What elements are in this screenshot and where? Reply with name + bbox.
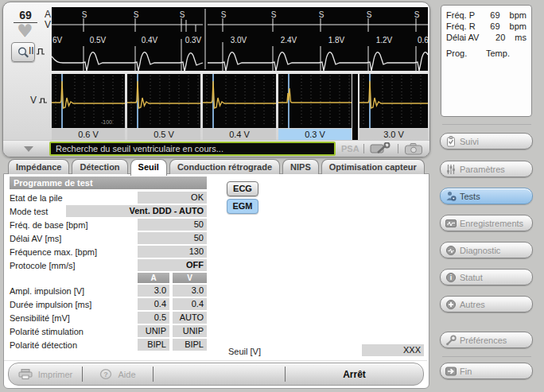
value-box-v[interactable]: UNIP (173, 325, 207, 337)
table-row: Fréquence max. [bpm] 130 (10, 245, 207, 258)
sidebar-button-tests[interactable]: Tests (440, 188, 533, 204)
diagnostic-icon (445, 245, 457, 256)
sidebar-button-statut[interactable]: i Statut (440, 269, 533, 285)
person-test-icon (445, 191, 457, 202)
value-box[interactable]: 50 (138, 232, 207, 244)
threshold-value-box: XXX (362, 344, 424, 356)
svg-text:0.4V: 0.4V (142, 36, 158, 45)
telemetry-panel: Fréq. P 69 bpm Fréq. R 69 bpm Délai AV 2… (441, 5, 532, 117)
egm-amplitude-label-selected[interactable]: 0.3 V (278, 129, 352, 141)
tab-optimisation-capteur[interactable]: Optimisation capteur (321, 159, 425, 174)
svg-text:S: S (221, 10, 227, 19)
table-row: Polarité détection BIPL BIPL (10, 338, 207, 351)
divider (363, 144, 364, 153)
program-mode-row: Prog. Temp. (446, 48, 527, 59)
camera-icon (405, 143, 423, 155)
egm-separator (352, 74, 358, 141)
pulse-icon (38, 96, 48, 105)
tab-impedance[interactable]: Impédance (8, 159, 69, 174)
svg-text:-100: -100 (101, 119, 112, 125)
help-button[interactable]: ? Aide (83, 369, 153, 380)
test-program-table: Programme de test Etat de la pile OK Mod… (10, 177, 207, 351)
status-message: Recherche du seuil ventriculaire en cour… (49, 142, 336, 156)
tab-nips[interactable]: NIPS (282, 159, 319, 174)
egm-amplitude-label[interactable]: 3.0 V (359, 129, 428, 141)
sidebar-button-autres[interactable]: Autres (440, 296, 533, 312)
sidebar-divider (442, 124, 531, 125)
tab-seuil[interactable]: Seuil (130, 159, 167, 176)
tab-bar: ImpédanceDétectionSeuilConduction rétrog… (8, 159, 427, 176)
value-box[interactable]: OK (138, 192, 207, 204)
column-header-v: V (173, 273, 207, 283)
egm-strip: -100 (52, 74, 428, 141)
egm-trace (359, 74, 428, 128)
value-box-v[interactable]: 3.0 (173, 285, 207, 297)
egm-lead-label: V (30, 95, 48, 106)
recording-screen-icon (445, 218, 457, 229)
svg-text:0.6: 0.6 (418, 36, 428, 45)
divider (153, 367, 153, 382)
sidebar-button-diagnostic[interactable]: Diagnostic (440, 242, 533, 258)
egm-amplitude-label[interactable]: 0.4 V (203, 129, 276, 141)
sidebar-button-enregistrements[interactable]: Enregistrements (440, 215, 533, 231)
monitor-settings-button[interactable] (370, 142, 392, 155)
screen-wrench-icon (370, 142, 392, 155)
egm-amplitude-label[interactable]: 0.5 V (127, 129, 200, 141)
threshold-label: Seuil [V] (228, 347, 261, 356)
egm-panel[interactable] (127, 74, 200, 128)
svg-text:S: S (134, 10, 139, 19)
egm-trace (203, 74, 276, 128)
table-row: Sensibilité [mV] 0.5 AUTO (10, 311, 207, 324)
table-row: Protocole [mm/s] OFF (10, 258, 207, 272)
table-row: Etat de la pile OK (10, 191, 207, 204)
svg-text:S: S (180, 10, 185, 19)
sidebar-button-preferences[interactable]: Préférences (440, 332, 533, 348)
sidebar-button-parametres[interactable]: Paramètres (440, 161, 533, 177)
tab-conduction-retrograde[interactable]: Conduction rétrograde (169, 159, 280, 174)
exit-arrow-icon (445, 366, 457, 377)
pulse-icon (36, 47, 45, 56)
value-box-v[interactable]: AUTO (173, 312, 207, 324)
svg-text:S: S (271, 10, 277, 19)
ecg-view-button[interactable]: ECG (227, 181, 258, 196)
value-box[interactable]: Vent. DDD - AUTO (66, 205, 207, 217)
sidebar-button-suivi[interactable]: Suivi (440, 133, 533, 149)
stop-button[interactable]: Arrêt (286, 369, 423, 380)
plus-circle-icon (445, 299, 457, 310)
tab-detection[interactable]: Détection (72, 159, 127, 174)
egm-panel[interactable] (278, 74, 352, 128)
svg-text:i: i (450, 274, 453, 281)
egm-view-button[interactable]: EGM (227, 199, 258, 214)
ecg-strip: S S S S S S S S 6V 0.5V 0.4V 0.3V 3.0V 2… (52, 7, 428, 71)
egm-panel[interactable] (359, 74, 428, 128)
value-box-a[interactable]: 3.0 (138, 285, 169, 297)
svg-text:6V: 6V (52, 36, 63, 45)
print-button[interactable]: Imprimer (9, 369, 82, 379)
svg-text:2.4V: 2.4V (281, 36, 297, 45)
value-box-a[interactable]: 0.5 (138, 312, 169, 324)
egm-panel[interactable]: -100 (52, 74, 125, 128)
telemetry-row: Fréq. R 69 bpm (446, 21, 527, 32)
value-box[interactable]: OFF (138, 259, 207, 271)
monitor-status-bar: Recherche du seuil ventriculaire en cour… (3, 140, 429, 157)
value-box-v[interactable]: 0.4 (173, 298, 207, 310)
marker-v-label: V (45, 19, 51, 30)
sidebar-button-fin[interactable]: Fin (440, 363, 533, 379)
collapse-monitor-button[interactable] (24, 146, 33, 152)
value-box[interactable]: 130 (138, 246, 207, 258)
svg-text:S: S (414, 10, 420, 19)
telemetry-row: Fréq. P 69 bpm (446, 10, 527, 21)
panel-divider (4, 360, 427, 361)
egm-panel[interactable] (203, 74, 276, 128)
value-box-a[interactable]: 0.4 (138, 298, 169, 310)
action-bar: Imprimer ? Aide Arrêt (8, 363, 424, 386)
value-box[interactable]: 50 (138, 219, 207, 231)
value-box-a[interactable]: UNIP (138, 325, 169, 337)
snapshot-button[interactable] (405, 143, 423, 155)
column-header-a: A (138, 273, 169, 283)
egm-amplitude-label[interactable]: 0.6 V (52, 129, 125, 141)
ecg-trace: S S S S S S S S 6V 0.5V 0.4V 0.3V 3.0V 2… (52, 7, 428, 71)
value-box-a[interactable]: BIPL (138, 339, 169, 351)
value-box-v[interactable]: BIPL (173, 339, 207, 351)
table-row: Mode test Vent. DDD - AUTO (10, 204, 207, 218)
